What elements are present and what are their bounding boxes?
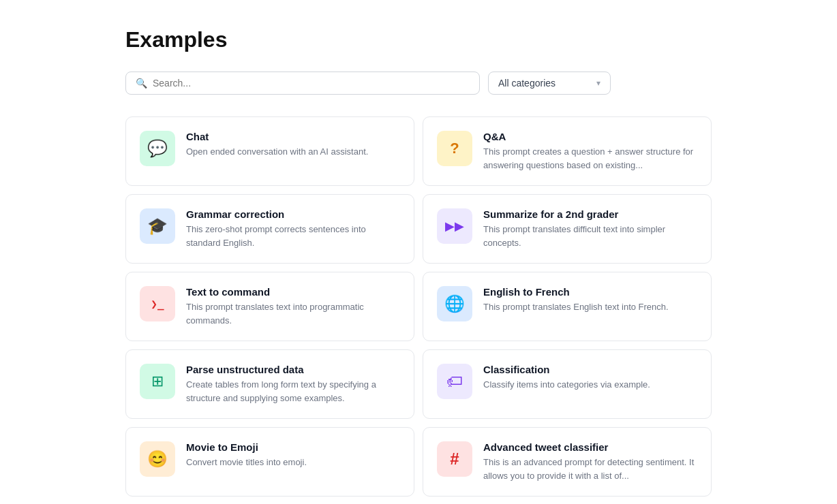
- card-summarize[interactable]: ▶▶ Summarize for a 2nd grader This promp…: [423, 194, 712, 264]
- category-label: All categories: [498, 78, 556, 89]
- chevron-down-icon: ▾: [596, 78, 600, 88]
- examples-grid: 💬 Chat Open ended conversation with an A…: [125, 116, 712, 504]
- card-text-to-command[interactable]: ❯_ Text to command This prompt translate…: [125, 272, 414, 341]
- movie-emoji-icon: 😊: [140, 441, 175, 477]
- category-dropdown[interactable]: All categories ▾: [488, 72, 611, 95]
- card-grammar[interactable]: 🎓 Grammar correction This zero-shot prom…: [125, 194, 414, 264]
- qa-icon: ?: [437, 131, 472, 166]
- card-classification[interactable]: 🏷 Classification Classify items into cat…: [423, 349, 712, 419]
- text-to-command-icon: ❯_: [140, 286, 175, 321]
- chat-icon: 💬: [140, 131, 175, 166]
- parse-data-description: Create tables from long form text by spe…: [186, 378, 400, 405]
- english-to-french-text: English to French This prompt translates…: [483, 286, 669, 314]
- search-box[interactable]: 🔍: [125, 72, 480, 95]
- parse-data-icon: ⊞: [140, 364, 175, 399]
- english-to-french-icon: 🌐: [437, 286, 472, 321]
- classification-icon: 🏷: [437, 364, 472, 399]
- page-title: Examples: [125, 27, 712, 52]
- card-movie-emoji[interactable]: 😊 Movie to Emoji Convert movie titles in…: [125, 427, 414, 497]
- english-to-french-title: English to French: [483, 286, 669, 298]
- card-tweet-classifier[interactable]: # Advanced tweet classifier This is an a…: [423, 427, 712, 497]
- tweet-classifier-text: Advanced tweet classifier This is an adv…: [483, 441, 697, 482]
- classification-description: Classify items into categories via examp…: [483, 378, 650, 392]
- chat-text: Chat Open ended conversation with an AI …: [186, 131, 368, 159]
- parse-data-title: Parse unstructured data: [186, 364, 400, 375]
- classification-title: Classification: [483, 364, 650, 375]
- search-icon: 🔍: [136, 78, 147, 89]
- card-english-to-french[interactable]: 🌐 English to French This prompt translat…: [423, 272, 712, 341]
- summarize-text: Summarize for a 2nd grader This prompt t…: [483, 208, 697, 249]
- card-chat[interactable]: 💬 Chat Open ended conversation with an A…: [125, 116, 414, 186]
- main-page: Examples 🔍 All categories ▾ 💬 Chat Open …: [112, 0, 725, 504]
- tweet-classifier-title: Advanced tweet classifier: [483, 441, 697, 453]
- grammar-text: Grammar correction This zero-shot prompt…: [186, 208, 400, 249]
- tweet-classifier-icon: #: [437, 441, 472, 477]
- grammar-description: This zero-shot prompt corrects sentences…: [186, 223, 400, 249]
- qa-text: Q&A This prompt creates a question + ans…: [483, 131, 697, 172]
- parse-data-text: Parse unstructured data Create tables fr…: [186, 364, 400, 405]
- classification-text: Classification Classify items into categ…: [483, 364, 650, 392]
- grammar-icon: 🎓: [140, 208, 175, 244]
- summarize-title: Summarize for a 2nd grader: [483, 208, 697, 220]
- movie-emoji-title: Movie to Emoji: [186, 441, 307, 453]
- grammar-title: Grammar correction: [186, 208, 400, 220]
- chat-description: Open ended conversation with an AI assis…: [186, 145, 368, 159]
- movie-emoji-description: Convert movie titles into emoji.: [186, 456, 307, 469]
- text-to-command-description: This prompt translates text into program…: [186, 300, 400, 327]
- tweet-classifier-description: This is an advanced prompt for detecting…: [483, 456, 697, 482]
- card-parse-data[interactable]: ⊞ Parse unstructured data Create tables …: [125, 349, 414, 419]
- filters-bar: 🔍 All categories ▾: [125, 72, 712, 95]
- text-to-command-title: Text to command: [186, 286, 400, 298]
- english-to-french-description: This prompt translates English text into…: [483, 300, 669, 314]
- card-qa[interactable]: ? Q&A This prompt creates a question + a…: [423, 116, 712, 186]
- summarize-icon: ▶▶: [437, 208, 472, 244]
- chat-title: Chat: [186, 131, 368, 142]
- qa-title: Q&A: [483, 131, 697, 142]
- text-to-command-text: Text to command This prompt translates t…: [186, 286, 400, 327]
- summarize-description: This prompt translates difficult text in…: [483, 223, 697, 249]
- qa-description: This prompt creates a question + answer …: [483, 145, 697, 172]
- search-input[interactable]: [153, 78, 470, 89]
- movie-emoji-text: Movie to Emoji Convert movie titles into…: [186, 441, 307, 469]
